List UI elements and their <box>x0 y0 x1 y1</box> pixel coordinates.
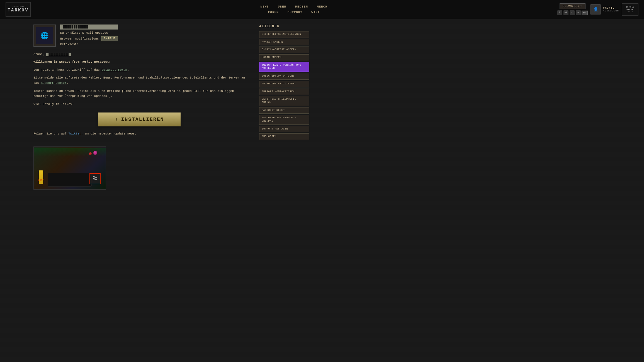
services-label: SERVICES <box>563 5 579 8</box>
services-button[interactable]: SERVICES ▼ <box>560 3 585 9</box>
logo-area: ESCAPE FROM TARKOV <box>6 2 31 17</box>
action-passwort-reset[interactable]: PASSWORT-RESET <box>259 107 309 114</box>
action-twitch-verknuepfung[interactable]: TWITCH KONTO VERKNÜPFUNG AUFHEBEN <box>259 62 309 72</box>
action-promocode[interactable]: PROMOCODE AKTIVIEREN <box>259 81 309 87</box>
nav-medien[interactable]: MEDIEN <box>293 4 310 9</box>
forum-text-after: . <box>127 68 129 72</box>
nav-row-top: NEWS ÜBER MEDIEN MERCH <box>259 4 329 9</box>
username-text: ████████████ <box>63 25 88 29</box>
message-viel: Viel Erfolg in Tarkov! <box>33 102 245 107</box>
avatar-icon: 👤 <box>593 7 598 12</box>
top-navigation: ESCAPE FROM TARKOV NEWS ÜBER MEDIEN MERC… <box>0 0 644 19</box>
main-layout: 🌐 ████████████ Du erhältst E-Mail-Update… <box>0 19 644 195</box>
bottom-image-section: KIBA ★ ⛓ <box>33 146 245 190</box>
sidebar: AKTIONEN SICHERHEITSEINSTELLUNGEN AVATAR… <box>256 25 312 190</box>
game-logo[interactable]: ESCAPE FROM TARKOV <box>6 2 31 17</box>
kiba-label: KIBA <box>38 178 44 181</box>
services-caret-icon: ▼ <box>580 5 582 8</box>
support-center-link[interactable]: Support-Center <box>41 81 66 85</box>
nav-support[interactable]: SUPPORT <box>286 10 304 15</box>
download-icon: ⬇ <box>115 116 118 123</box>
avatar-inner: 🌐 <box>36 27 53 44</box>
language-selector[interactable]: De <box>582 11 588 15</box>
beta-test-label: Beta-Test: <box>60 43 118 46</box>
enable-notifications-button[interactable]: ENABLE <box>101 36 118 41</box>
twitter-text-before: Folgen Sie uns auf <box>33 132 68 135</box>
install-label: Installieren <box>121 117 164 122</box>
profile-info-block: PROFIL AUSLOGGEN <box>603 6 619 12</box>
twitter-icon[interactable]: t <box>570 10 575 15</box>
action-email-aendern[interactable]: E-MAIL-ADRESSE ÄNDERN <box>259 47 309 53</box>
logo-torkov-text: TARKOV <box>8 8 29 13</box>
action-sicherheitseinstellungen[interactable]: SICHERHEITSEINSTELLUNGEN <box>259 31 309 38</box>
play-icon: ⛓ <box>93 176 97 181</box>
action-newcomer-sherpas[interactable]: NEWCOMER ASSISTANCE – SHERPAS <box>259 115 309 124</box>
more-icon[interactable]: ▼ <box>576 10 581 15</box>
avatar-globe-icon: 🌐 <box>40 32 49 40</box>
nav-wiki[interactable]: WIKI <box>310 10 321 15</box>
play-button-overlay[interactable]: ⛓ <box>89 173 101 184</box>
browser-notification-row: Browser notifications ENABLE <box>60 36 118 41</box>
action-support-kontaktieren[interactable]: SUPPORT KONTAKTIEREN <box>259 89 309 95</box>
nav-ueber[interactable]: ÜBER <box>276 4 288 9</box>
yellow-bottle <box>39 170 43 184</box>
profile-header: 🌐 ████████████ Du erhältst E-Mail-Update… <box>33 25 245 48</box>
twitter-link[interactable]: Twitter <box>68 132 81 135</box>
battlestate-line1: BATTLE <box>626 6 634 8</box>
facebook-icon[interactable]: f <box>557 10 562 15</box>
profile-area: 👤 PROFIL AUSLOGGEN <box>590 4 619 14</box>
action-subscription-options[interactable]: SUBSCRIPTION OPTIONS <box>259 73 309 80</box>
social-icons-group: f vk t ▼ <box>557 10 581 15</box>
forum-text-before: Von jetzt an host du Zugriff auf das <box>33 68 101 72</box>
action-login-aendern[interactable]: LOGIN ÄNDERN <box>259 54 309 61</box>
aktionen-heading: AKTIONEN <box>259 25 309 28</box>
message-block: Willkommen im Escape from Torkov Betates… <box>33 59 245 107</box>
profile-nav-name[interactable]: PROFIL <box>603 6 614 9</box>
game-thumbnail: KIBA ★ ⛓ <box>33 146 106 190</box>
christmas-ball-red <box>89 152 92 155</box>
nav-news[interactable]: NEWS <box>259 4 271 9</box>
welcome-text: Willkommen im Escape from Torkov Betates… <box>33 60 111 63</box>
twitter-follow-text: Folgen Sie uns auf Twitter, um die neues… <box>33 132 245 135</box>
greeting-username: ████████████ <box>46 53 71 56</box>
browser-notif-label: Browser notifications <box>60 37 99 40</box>
battlestate-line3: GAMES <box>627 11 633 13</box>
action-support-anfragen[interactable]: SUPPORT-ANFRAGEN <box>259 126 309 133</box>
install-button[interactable]: ⬇ Installieren <box>98 112 181 126</box>
action-avatar-aendern[interactable]: AVATAR ÄNDERN <box>259 39 309 46</box>
nav-right-area: SERVICES ▼ f vk t ▼ De 👤 <box>557 3 638 16</box>
email-updates-text: Du erhältst E-Mail-Updates. <box>60 31 118 35</box>
game-scene-bg: KIBA ★ ⛓ <box>34 147 106 189</box>
greeting-row: Grüße, ████████████ <box>33 53 245 56</box>
profile-details: ████████████ Du erhältst E-Mail-Updates.… <box>60 25 118 48</box>
username-bar: ████████████ <box>60 25 118 30</box>
christmas-ball-purple <box>93 151 97 155</box>
battlestate-line2: STATE <box>626 8 634 11</box>
message-forum: Von jetzt an host du Zugriff auf das Bet… <box>33 67 245 73</box>
nav-row-bottom: FORUM SUPPORT WIKI <box>259 10 329 15</box>
profile-nav-logout[interactable]: AUSLOGGEN <box>603 9 619 12</box>
vk-icon[interactable]: vk <box>563 10 568 15</box>
message-bugs: Bitte melde alle auftretenden Fehler, Bu… <box>33 75 245 85</box>
battlestate-logo: BATTLE STATE GAMES <box>622 3 638 16</box>
message-welcome: Willkommen im Escape from Torkov Betates… <box>33 59 245 65</box>
bugs-text-after: . <box>67 81 69 85</box>
greeting-prefix: Grüße, <box>33 53 45 56</box>
gun-equipment <box>48 173 92 187</box>
main-content-area: 🌐 ████████████ Du erhältst E-Mail-Update… <box>28 25 251 190</box>
action-spielprofil-zurueck[interactable]: SETZT DAS SPIELPROFIL ZURÜCK <box>259 96 309 106</box>
logo-escape-text: ESCAPE FROM <box>8 6 29 8</box>
message-offline: Testen kannst du sowohl Online als auch … <box>33 89 245 99</box>
install-button-wrapper: ⬇ Installieren <box>33 112 245 126</box>
nav-merch[interactable]: MERCH <box>315 4 329 9</box>
twitter-text-after: , um die neuesten update-news. <box>81 132 137 135</box>
nav-forum[interactable]: FORUM <box>266 10 280 15</box>
profile-big-avatar-box: 🌐 <box>33 25 56 47</box>
betatest-forum-link[interactable]: Betatest-Forum <box>101 68 127 72</box>
action-ausloggen[interactable]: AUSLOGGEN <box>259 133 309 140</box>
profile-nav-avatar: 👤 <box>590 4 601 14</box>
